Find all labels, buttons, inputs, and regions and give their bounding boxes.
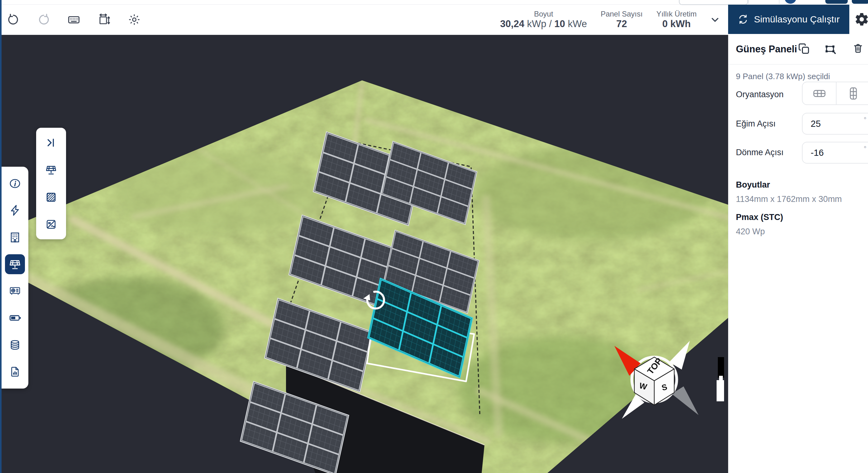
dimensions-button[interactable] — [97, 13, 111, 26]
stat-panel-count-label: Panel Sayısı — [601, 10, 643, 19]
pmax-label: Pmax (STC) — [736, 213, 783, 222]
hatch-area-icon — [45, 192, 57, 203]
keyboard-icon — [67, 13, 81, 27]
redo-icon — [37, 13, 50, 26]
brightness-button[interactable] — [128, 13, 141, 26]
stat-production-value: 0 kWh — [662, 19, 691, 30]
compass-south-arrow[interactable] — [672, 386, 699, 415]
object-toolbar — [36, 128, 66, 239]
add-inverter-button[interactable] — [44, 218, 58, 231]
stat-size-label: Boyut — [534, 10, 553, 19]
dimensions-value: 1134mm x 1762mm x 30mm — [736, 194, 842, 204]
browser-button-fragment — [852, 0, 868, 4]
selection-summary: 9 Panel (3.78 kWp) seçildi — [736, 72, 830, 81]
report-icon — [9, 366, 21, 377]
window-edge — [0, 0, 2, 473]
rotation-label: Dönme Açısı — [736, 148, 783, 157]
zoom-slider[interactable] — [717, 357, 724, 401]
copy-icon — [798, 43, 809, 54]
inverter-box-icon — [45, 219, 57, 230]
sidebar-item-solar-panels[interactable] — [5, 254, 25, 274]
settings-button[interactable] — [854, 12, 868, 27]
address-bar-fragment — [679, 0, 748, 5]
orientation-landscape-button[interactable] — [803, 82, 836, 104]
left-sidebar — [2, 167, 28, 388]
collapse-icon — [45, 137, 57, 148]
browser-button-fragment — [825, 0, 848, 4]
array-transform-icon — [824, 43, 836, 55]
duplicate-button[interactable] — [798, 43, 809, 54]
orientation-segmented-control — [802, 82, 868, 105]
info-icon — [9, 178, 21, 189]
refresh-icon — [738, 14, 748, 25]
solar-design-app: Boyut 30,24 kWp / 10 kWe Panel Sayısı 72… — [0, 0, 868, 473]
rotation-value: -16 — [811, 148, 824, 158]
brightness-icon — [128, 13, 141, 26]
browser-strip — [0, 0, 868, 4]
avatar-fragment — [784, 0, 796, 4]
redo-button[interactable] — [37, 13, 50, 26]
sidebar-item-info[interactable] — [5, 174, 25, 193]
keyboard-shortcuts-button[interactable] — [67, 13, 81, 26]
sidebar-item-energy[interactable] — [5, 200, 25, 220]
panel-landscape-icon — [813, 87, 826, 100]
dimensions-label: Boyutlar — [736, 180, 770, 190]
project-stats: Boyut 30,24 kWp / 10 kWe Panel Sayısı 72… — [500, 5, 721, 35]
undo-button[interactable] — [7, 13, 20, 26]
orientation-label: Oryantasyon — [736, 90, 783, 99]
gear-icon — [854, 12, 868, 27]
draw-area-button[interactable] — [44, 190, 58, 204]
undo-icon — [7, 13, 20, 26]
add-solar-panel-button[interactable] — [44, 163, 58, 177]
panel-title: Güneş Paneli — [736, 43, 797, 55]
delete-button[interactable] — [852, 43, 864, 54]
resize-icon — [97, 13, 111, 26]
scene-3d: TOP W S — [0, 34, 728, 473]
solar-panel-icon — [45, 164, 57, 176]
panel-portrait-icon — [847, 87, 860, 100]
stat-size-value: 30,24 kWp / 10 kWe — [500, 19, 587, 30]
collapse-toolbar-button[interactable] — [44, 136, 58, 150]
properties-panel: Güneş Paneli 9 Panel (3.78 kWp) seçildi … — [728, 34, 868, 473]
chevron-down-icon — [709, 14, 721, 25]
lightning-icon — [9, 204, 21, 216]
tilt-label: Eğim Açısı — [736, 119, 776, 129]
pmax-value: 420 Wp — [736, 227, 765, 236]
stat-production-label: Yıllık Üretim — [656, 10, 696, 19]
stats-expand-button[interactable] — [709, 13, 721, 26]
sidebar-item-building[interactable] — [5, 227, 25, 247]
stat-panel-count-value: 72 — [616, 19, 627, 30]
strip-divider — [779, 0, 779, 4]
sidebar-item-database[interactable] — [5, 335, 25, 355]
sidebar-item-report[interactable] — [5, 362, 25, 382]
database-icon — [9, 339, 21, 351]
stat-panel-count: Panel Sayısı 72 — [601, 10, 643, 29]
sidebar-item-inverter[interactable] — [5, 281, 25, 301]
trash-icon — [853, 43, 863, 54]
properties-header: Güneş Paneli — [728, 34, 868, 64]
scene-viewport[interactable]: TOP W S — [0, 34, 728, 473]
stat-size: Boyut 30,24 kWp / 10 kWe — [500, 10, 587, 29]
solar-panel-icon — [9, 258, 21, 271]
run-simulation-button[interactable]: Simülasyonu Çalıştır — [728, 5, 849, 34]
building-icon — [9, 231, 21, 243]
strip-divider — [748, 0, 749, 4]
tilt-input[interactable]: 25 ° — [802, 113, 868, 135]
rotation-input[interactable]: -16 ° — [802, 142, 868, 164]
orientation-portrait-button[interactable] — [837, 82, 868, 104]
run-simulation-label: Simülasyonu Çalıştır — [754, 14, 840, 25]
inverter-icon — [9, 285, 21, 297]
sidebar-item-battery[interactable] — [5, 308, 25, 328]
stat-production: Yıllık Üretim 0 kWh — [656, 10, 696, 29]
degree-symbol: ° — [864, 116, 866, 124]
array-transform-button[interactable] — [824, 43, 835, 54]
tilt-value: 25 — [811, 119, 820, 129]
battery-icon — [9, 312, 21, 324]
degree-symbol: ° — [864, 145, 866, 153]
